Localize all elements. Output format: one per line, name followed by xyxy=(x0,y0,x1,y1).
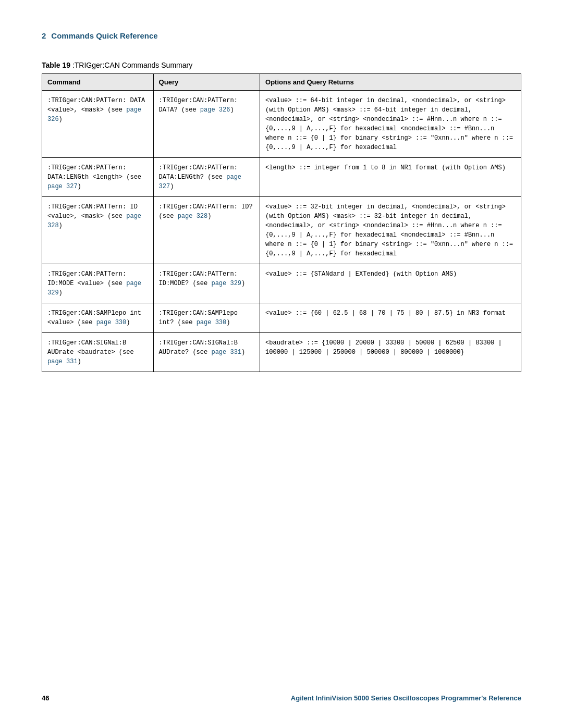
cell-options: <value> ::= {60 | 62.5 | 68 | 70 | 75 | … xyxy=(260,303,521,333)
cell-query: :TRIGger:CAN:SAMPlepo int? (see page 330… xyxy=(153,303,260,333)
table-header-row: Command Query Options and Query Returns xyxy=(42,74,521,91)
table-row: :TRIGger:CAN:SAMPlepo int <value> (see p… xyxy=(42,303,521,333)
cell-options: <value> ::= {STANdard | EXTended} (with … xyxy=(260,264,521,303)
cell-query: :TRIGger:CAN:PATTern: DATA? (see page 32… xyxy=(153,91,260,158)
cell-query: :TRIGger:CAN:PATTern: DATA:LENGth? (see … xyxy=(153,158,260,197)
table-title-bold: Table 19 xyxy=(42,61,70,69)
query-page-link[interactable]: page 330 xyxy=(197,319,227,326)
footer-page-number: 46 xyxy=(42,694,49,702)
table-row: :TRIGger:CAN:PATTern: ID <value>, <mask>… xyxy=(42,197,521,264)
query-page-link[interactable]: page 326 xyxy=(200,106,230,114)
table-title-text: :TRIGger:CAN Commands Summary xyxy=(70,61,192,69)
table-row: :TRIGger:CAN:SIGNal:B AUDrate <baudrate>… xyxy=(42,333,521,372)
cell-command: :TRIGger:CAN:SIGNal:B AUDrate <baudrate>… xyxy=(42,333,154,372)
commands-table: Command Query Options and Query Returns … xyxy=(42,73,521,372)
table-number: Table 19 xyxy=(42,61,70,69)
table-title: Table 19 :TRIGger:CAN Commands Summary xyxy=(42,61,521,69)
cell-options: <length> ::= integer from 1 to 8 in NR1 … xyxy=(260,158,521,197)
cell-command: :TRIGger:CAN:PATTern: DATA:LENGth <lengt… xyxy=(42,158,154,197)
page-header: 2 Commands Quick Reference xyxy=(42,31,521,40)
cell-command: :TRIGger:CAN:PATTern: ID:MODE <value> (s… xyxy=(42,264,154,303)
cell-options: <value> ::= 32-bit integer in decimal, <… xyxy=(260,197,521,264)
col-query: Query xyxy=(153,74,260,91)
cell-query: :TRIGger:CAN:SIGNal:B AUDrate? (see page… xyxy=(153,333,260,372)
cell-options: <value> ::= 64-bit integer in decimal, <… xyxy=(260,91,521,158)
cell-options: <baudrate> ::= {10000 | 20000 | 33300 | … xyxy=(260,333,521,372)
footer-title: Agilent InfiniVision 5000 Series Oscillo… xyxy=(291,694,521,702)
cell-command: :TRIGger:CAN:SAMPlepo int <value> (see p… xyxy=(42,303,154,333)
command-page-link[interactable]: page 331 xyxy=(47,358,78,365)
query-page-link[interactable]: page 328 xyxy=(178,213,208,220)
command-page-link[interactable]: page 330 xyxy=(96,319,127,326)
table-row: :TRIGger:CAN:PATTern: DATA <value>, <mas… xyxy=(42,91,521,158)
col-command: Command xyxy=(42,74,154,91)
chapter-title: Commands Quick Reference xyxy=(51,31,157,40)
page-container: 2 Commands Quick Reference Table 19 :TRI… xyxy=(0,0,563,728)
chapter-number: 2 xyxy=(42,31,46,40)
query-page-link[interactable]: page 329 xyxy=(211,280,241,287)
table-row: :TRIGger:CAN:PATTern: ID:MODE <value> (s… xyxy=(42,264,521,303)
table-row: :TRIGger:CAN:PATTern: DATA:LENGth <lengt… xyxy=(42,158,521,197)
cell-query: :TRIGger:CAN:PATTern: ID? (see page 328) xyxy=(153,197,260,264)
col-options: Options and Query Returns xyxy=(260,74,521,91)
cell-command: :TRIGger:CAN:PATTern: ID <value>, <mask>… xyxy=(42,197,154,264)
query-page-link[interactable]: page 331 xyxy=(211,349,241,356)
cell-query: :TRIGger:CAN:PATTern: ID:MODE? (see page… xyxy=(153,264,260,303)
page-footer: 46 Agilent InfiniVision 5000 Series Osci… xyxy=(42,694,521,702)
command-page-link[interactable]: page 327 xyxy=(47,183,78,190)
cell-command: :TRIGger:CAN:PATTern: DATA <value>, <mas… xyxy=(42,91,154,158)
